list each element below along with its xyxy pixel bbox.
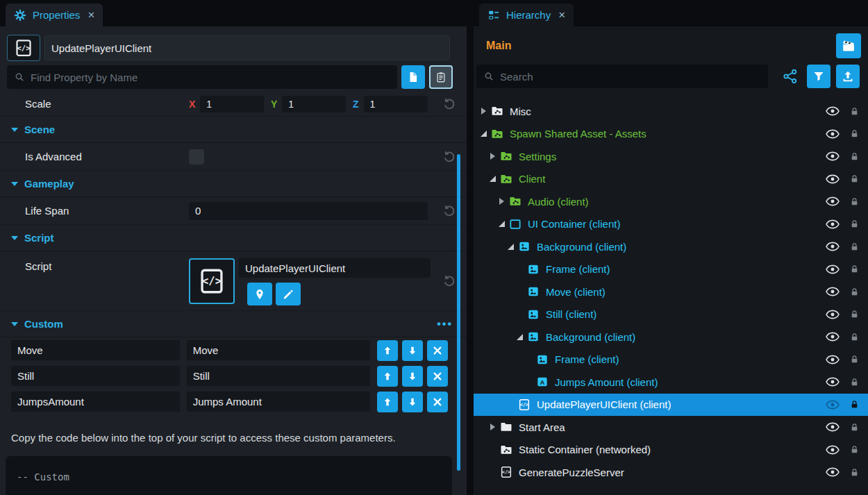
tree-row[interactable]: Still (client) [474, 303, 868, 326]
tree-row[interactable]: </>GeneratePuzzleServer [474, 461, 868, 484]
property-search-input[interactable] [31, 72, 390, 83]
lock-icon[interactable] [849, 151, 860, 162]
is-advanced-checkbox[interactable] [189, 149, 204, 165]
eye-icon[interactable] [825, 442, 840, 458]
reset-icon[interactable] [442, 149, 457, 165]
eye-icon[interactable] [825, 464, 840, 480]
custom-param-display-input[interactable] [187, 340, 370, 360]
lock-icon[interactable] [849, 421, 860, 433]
reset-icon[interactable] [442, 274, 457, 289]
lock-icon[interactable] [849, 173, 860, 185]
move-down-button[interactable] [402, 392, 423, 412]
move-up-button[interactable] [377, 392, 398, 412]
reset-icon[interactable] [442, 203, 457, 219]
locate-asset-button[interactable] [247, 283, 272, 305]
tree-row[interactable]: Static Container (networked) [474, 439, 868, 462]
tree-row[interactable]: Background (client) [474, 326, 868, 349]
custom-param-display-input[interactable] [187, 392, 370, 412]
close-icon[interactable]: × [87, 9, 94, 21]
expand-arrow-icon[interactable] [496, 198, 507, 205]
lock-icon[interactable] [849, 218, 860, 230]
collapse-arrow-icon[interactable] [478, 131, 489, 137]
scale-y-input[interactable] [282, 96, 346, 112]
lock-icon[interactable] [849, 241, 860, 253]
lock-icon[interactable] [849, 398, 860, 410]
edit-script-button[interactable] [276, 283, 301, 305]
delete-parameter-button[interactable] [427, 392, 448, 412]
copy-properties-button[interactable] [401, 65, 425, 89]
script-asset-thumbnail[interactable]: </> [189, 258, 235, 304]
hierarchy-root-label[interactable]: Main [486, 40, 511, 52]
tree-row[interactable]: AJumps Amount (client) [474, 371, 868, 394]
tree-row[interactable]: Background (client) [474, 235, 868, 258]
custom-section-menu[interactable]: ••• [437, 318, 453, 330]
custom-param-name-input[interactable] [11, 340, 180, 360]
delete-parameter-button[interactable] [427, 366, 448, 387]
tree-row[interactable]: Frame (client) [474, 258, 868, 281]
move-down-button[interactable] [402, 366, 423, 387]
tree-row[interactable]: Client [474, 168, 868, 191]
tree-row[interactable]: </>UpdatePlayerUIClient (client) [474, 394, 868, 417]
tree-row[interactable]: Start Area [474, 416, 868, 439]
section-script[interactable]: Script [0, 225, 467, 251]
eye-icon[interactable] [825, 262, 840, 277]
hierarchy-search-input[interactable] [500, 71, 761, 83]
lock-icon[interactable] [849, 376, 860, 388]
eye-icon[interactable] [825, 284, 840, 299]
expand-arrow-icon[interactable] [478, 108, 489, 115]
eye-icon[interactable] [825, 217, 840, 232]
lock-icon[interactable] [849, 353, 860, 365]
collapse-arrow-icon[interactable] [487, 176, 498, 182]
lock-icon[interactable] [849, 196, 860, 208]
section-scene[interactable]: Scene [0, 117, 467, 143]
custom-param-name-input[interactable] [11, 366, 180, 386]
filter-button[interactable] [807, 65, 831, 88]
custom-param-display-input[interactable] [187, 366, 370, 386]
lock-icon[interactable] [849, 467, 860, 478]
move-up-button[interactable] [377, 366, 398, 387]
tree-row[interactable]: Spawn Shared Asset - Assets [474, 123, 868, 146]
lock-icon[interactable] [849, 308, 860, 320]
lock-icon[interactable] [849, 444, 860, 455]
delete-parameter-button[interactable] [427, 340, 448, 361]
properties-scrollbar[interactable] [457, 154, 460, 471]
eye-icon[interactable] [825, 103, 840, 119]
lock-icon[interactable] [849, 128, 860, 140]
expand-arrow-icon[interactable] [487, 153, 498, 160]
section-collapse-icon[interactable] [11, 182, 18, 186]
tree-row[interactable]: UI Container (client) [474, 213, 868, 236]
eye-icon[interactable] [825, 419, 840, 435]
section-gameplay[interactable]: Gameplay [0, 171, 467, 197]
paste-properties-button[interactable] [429, 65, 453, 89]
section-collapse-icon[interactable] [11, 236, 18, 240]
eye-icon[interactable] [825, 171, 840, 187]
move-up-button[interactable] [377, 340, 398, 361]
script-name-input[interactable] [239, 258, 431, 278]
collapse-arrow-icon[interactable] [496, 221, 507, 227]
eye-icon[interactable] [825, 374, 840, 389]
section-custom[interactable]: Custom ••• [0, 311, 467, 337]
eye-icon[interactable] [825, 329, 840, 344]
tree-row[interactable]: Move (client) [474, 280, 868, 303]
collapse-arrow-icon[interactable] [514, 334, 525, 340]
eye-icon[interactable] [825, 149, 840, 164]
section-collapse-icon[interactable] [11, 128, 18, 132]
eye-icon[interactable] [825, 194, 840, 209]
scale-x-input[interactable] [200, 96, 264, 112]
tree-row[interactable]: Misc [474, 100, 868, 123]
section-collapse-icon[interactable] [11, 322, 18, 326]
tab-hierarchy[interactable]: Hierarchy × [479, 3, 574, 26]
close-icon[interactable]: × [558, 9, 565, 21]
network-icon[interactable] [782, 68, 799, 85]
custom-param-name-input[interactable] [11, 392, 180, 412]
tab-properties[interactable]: Properties × [6, 3, 103, 26]
tree-row[interactable]: Frame (client) [474, 349, 868, 371]
lock-icon[interactable] [849, 106, 860, 117]
eye-icon[interactable] [825, 126, 840, 142]
eye-icon[interactable] [825, 239, 840, 254]
expand-arrow-icon[interactable] [487, 423, 498, 430]
lock-icon[interactable] [849, 331, 860, 343]
eye-icon[interactable] [825, 352, 840, 367]
life-span-input[interactable] [189, 202, 428, 220]
publish-upload-button[interactable] [836, 65, 860, 88]
